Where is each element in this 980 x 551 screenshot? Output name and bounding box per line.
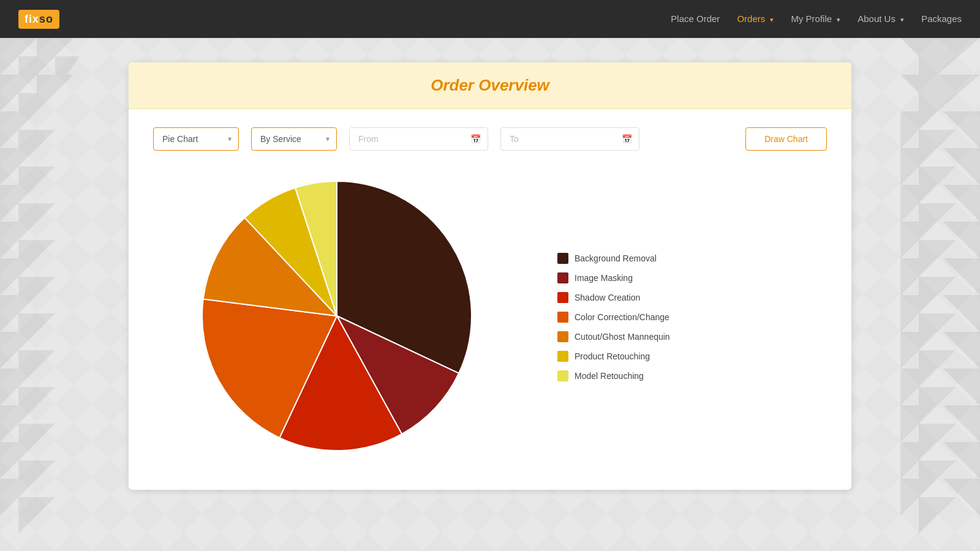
legend-color-swatch bbox=[557, 331, 568, 342]
profile-caret: ▾ bbox=[837, 16, 840, 23]
nav-orders[interactable]: Orders ▾ bbox=[737, 13, 774, 24]
legend-item: Image Masking bbox=[557, 272, 670, 283]
legend-item: Product Retouching bbox=[557, 351, 670, 362]
legend-label: Image Masking bbox=[575, 273, 633, 283]
legend-color-swatch bbox=[557, 370, 568, 381]
orders-caret: ▾ bbox=[770, 16, 774, 23]
about-us-link[interactable]: About Us ▾ bbox=[858, 13, 904, 24]
about-caret: ▾ bbox=[900, 16, 904, 23]
nav-links: Place Order Orders ▾ My Profile ▾ About … bbox=[671, 13, 962, 24]
legend-item: Color Correction/Change bbox=[557, 312, 670, 323]
legend-color-swatch bbox=[557, 272, 568, 283]
brand-logo-wrapper[interactable]: fixso bbox=[18, 10, 59, 29]
pie-slices bbox=[202, 181, 472, 451]
legend-color-swatch bbox=[557, 253, 568, 264]
from-date-wrapper: 📅 bbox=[349, 127, 488, 151]
nav-place-order[interactable]: Place Order bbox=[671, 13, 720, 24]
brand-logo: fixso bbox=[18, 10, 59, 29]
group-by-wrapper: By Service By Status By Date bbox=[251, 127, 337, 151]
pie-chart-svg bbox=[190, 169, 484, 463]
from-date-input[interactable] bbox=[349, 127, 488, 151]
legend-item: Model Retouching bbox=[557, 370, 670, 381]
to-date-input[interactable] bbox=[500, 127, 639, 151]
packages-link[interactable]: Packages bbox=[921, 13, 962, 24]
nav-packages[interactable]: Packages bbox=[921, 13, 962, 24]
legend-item: Background Removal bbox=[557, 253, 670, 264]
page-title: Order Overview bbox=[147, 76, 833, 95]
card-header: Order Overview bbox=[129, 62, 851, 109]
navbar: fixso Place Order Orders ▾ My Profile ▾ … bbox=[0, 0, 980, 38]
legend-label: Background Removal bbox=[575, 253, 657, 263]
orders-link[interactable]: Orders ▾ bbox=[737, 13, 774, 24]
legend-color-swatch bbox=[557, 312, 568, 323]
legend-label: Model Retouching bbox=[575, 371, 644, 381]
draw-chart-button[interactable]: Draw Chart bbox=[745, 127, 827, 151]
main-content: Order Overview Pie Chart Bar Chart Line … bbox=[0, 38, 980, 514]
group-by-select[interactable]: By Service By Status By Date bbox=[251, 127, 337, 151]
legend-label: Shadow Creation bbox=[575, 293, 640, 302]
order-overview-card: Order Overview Pie Chart Bar Chart Line … bbox=[129, 62, 851, 490]
legend-label: Color Correction/Change bbox=[575, 312, 669, 322]
chart-type-wrapper: Pie Chart Bar Chart Line Chart bbox=[153, 127, 239, 151]
chart-area: Background RemovalImage MaskingShadow Cr… bbox=[153, 169, 827, 465]
legend-item: Shadow Creation bbox=[557, 292, 670, 303]
nav-my-profile[interactable]: My Profile ▾ bbox=[791, 13, 840, 24]
chart-type-select[interactable]: Pie Chart Bar Chart Line Chart bbox=[153, 127, 239, 151]
chart-legend: Background RemovalImage MaskingShadow Cr… bbox=[557, 253, 670, 381]
card-body: Pie Chart Bar Chart Line Chart By Servic… bbox=[129, 109, 851, 490]
legend-label: Cutout/Ghost Mannequin bbox=[575, 332, 670, 342]
place-order-link[interactable]: Place Order bbox=[671, 13, 720, 24]
nav-about-us[interactable]: About Us ▾ bbox=[858, 13, 904, 24]
pie-chart-container bbox=[190, 169, 484, 465]
controls-row: Pie Chart Bar Chart Line Chart By Servic… bbox=[153, 127, 827, 151]
legend-color-swatch bbox=[557, 351, 568, 362]
legend-item: Cutout/Ghost Mannequin bbox=[557, 331, 670, 342]
my-profile-link[interactable]: My Profile ▾ bbox=[791, 13, 840, 24]
legend-color-swatch bbox=[557, 292, 568, 303]
legend-label: Product Retouching bbox=[575, 351, 650, 361]
to-date-wrapper: 📅 bbox=[500, 127, 639, 151]
